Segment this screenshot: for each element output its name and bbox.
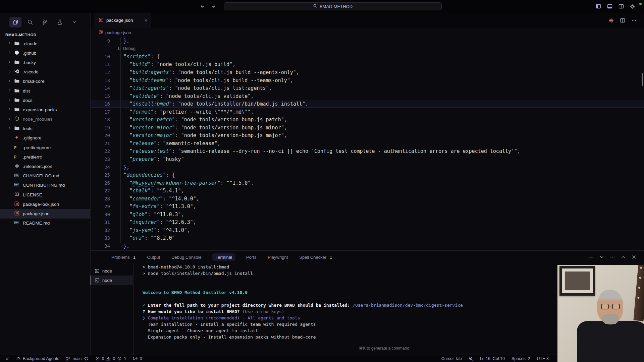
command-center-search[interactable]: BMAD-METHOD xyxy=(224,2,442,10)
code-line[interactable]: 14 "list:agents": "node tools/cli.js lis… xyxy=(91,84,644,92)
breadcrumb[interactable]: package.json xyxy=(91,28,644,37)
ellipsis-icon[interactable] xyxy=(610,254,615,260)
status-background-agents[interactable]: Background Agents xyxy=(16,356,59,361)
tree-item-README.md[interactable]: README.md xyxy=(0,219,90,228)
editor-scrollbar[interactable] xyxy=(642,73,643,86)
panel-tab-debug-console[interactable]: Debug Console xyxy=(171,253,202,261)
tree-item-.releaserc.json[interactable]: .releaserc.json xyxy=(0,162,90,171)
activity-source-control[interactable] xyxy=(39,17,51,27)
code-editor[interactable]: 9 },Debug10 "scripts": {11 "build": "nod… xyxy=(91,37,644,250)
panel-tab-spell-checker[interactable]: Spell Checker1 xyxy=(299,253,333,261)
tree-item-LICENSE[interactable]: LICENSE xyxy=(0,190,90,199)
code-line[interactable]: 23 "prepare": "husky" xyxy=(91,155,644,163)
code-line[interactable]: 17 "format": "prettier --write \"**/*.md… xyxy=(91,108,644,116)
code-line[interactable]: 21 "release": "semantic-release", xyxy=(91,139,644,147)
layout-left-on-icon[interactable] xyxy=(596,4,601,9)
tree-item-.gitignore[interactable]: .gitignore xyxy=(0,133,90,143)
terminal-instance[interactable]: node xyxy=(91,276,133,285)
chevron-right-icon[interactable] xyxy=(7,98,14,103)
status-problems[interactable]: 001 xyxy=(95,356,126,361)
tree-item-.vscode[interactable]: .vscode xyxy=(0,67,90,77)
code-line[interactable]: 24 }, xyxy=(91,163,644,171)
terminal-output[interactable]: > bmad-method@4.10.0 install:bmad> node … xyxy=(143,264,463,341)
split-icon[interactable] xyxy=(620,18,625,23)
chevron-right-icon[interactable] xyxy=(7,41,14,46)
tree-item-.claude[interactable]: .claude xyxy=(0,39,90,48)
tree-item-expansion-packs[interactable]: expansion-packs xyxy=(0,105,90,114)
tree-item-bmad-core[interactable]: bmad-core xyxy=(0,77,90,86)
tree-item-package-lock.json[interactable]: package-lock.json xyxy=(0,199,90,209)
chevron-right-icon[interactable] xyxy=(7,79,14,84)
code-line[interactable]: 34 }, xyxy=(91,242,644,250)
code-line[interactable]: 31 "inquirer": "^12.6.3", xyxy=(91,219,644,227)
code-line[interactable]: 18 "version:patch": "node tools/version-… xyxy=(91,116,644,124)
arrow-left-icon[interactable] xyxy=(200,4,205,9)
tree-item-CHANGELOG.md[interactable]: CHANGELOG.md xyxy=(0,171,90,181)
code-line[interactable]: 30 "glob": "^11.0.3", xyxy=(91,210,644,219)
status-indentation[interactable]: Spaces: 2 xyxy=(512,356,530,361)
arrow-right-icon[interactable] xyxy=(211,4,216,9)
tree-item-CONTRIBUTING.md[interactable]: CONTRIBUTING.md xyxy=(0,181,90,190)
code-line[interactable]: 33 "ora": "^8.2.0" xyxy=(91,234,644,242)
chevron-right-icon[interactable] xyxy=(7,126,14,131)
layout-right-icon[interactable] xyxy=(619,4,624,9)
status-branch[interactable]: main xyxy=(66,356,88,361)
code-line[interactable]: 26 "@kayvan/markdown-tree-parser": "^1.5… xyxy=(91,179,644,187)
chevron-right-icon[interactable] xyxy=(7,107,14,112)
status-remote[interactable] xyxy=(5,356,9,361)
code-line[interactable]: 11 "build": "node tools/cli.js build", xyxy=(91,61,644,69)
tree-item-.prettierrc[interactable]: P.prettierrc xyxy=(0,152,90,162)
chevron-right-icon[interactable] xyxy=(7,69,14,75)
status-ports[interactable]: 0 xyxy=(133,356,142,361)
gear-icon[interactable] xyxy=(630,4,635,9)
code-line[interactable]: 19 "version:minor": "node tools/version-… xyxy=(91,124,644,132)
codelens-line[interactable]: Debug xyxy=(91,45,644,53)
tree-item-.prettierignore[interactable]: P.prettierignore xyxy=(0,143,90,152)
code-line[interactable]: 22 "release:test": "semantic-release --d… xyxy=(91,147,644,156)
starburst-icon[interactable] xyxy=(608,18,614,23)
tree-item-tools[interactable]: tools xyxy=(0,124,90,133)
code-line[interactable]: 28 "commander": "^14.0.0", xyxy=(91,195,644,203)
chevron-up-icon[interactable] xyxy=(621,254,626,260)
layout-bottom-on-icon[interactable] xyxy=(607,4,612,9)
chevron-right-icon[interactable] xyxy=(7,117,14,122)
code-line[interactable]: 12 "build:agents": "node tools/cli.js bu… xyxy=(91,68,644,76)
panel-tab-output[interactable]: Output xyxy=(146,253,161,261)
code-line[interactable]: 9 }, xyxy=(91,37,644,45)
code-line[interactable]: 10 "scripts": { xyxy=(91,53,644,61)
tree-item-dist[interactable]: dist xyxy=(0,86,90,96)
status-cursor-tab[interactable]: Cursor Tab xyxy=(441,356,462,361)
panel-tab-playwright[interactable]: Playwright xyxy=(267,253,288,261)
panel-tab-terminal[interactable]: Terminal xyxy=(212,253,235,261)
tree-item-docs[interactable]: docs xyxy=(0,96,90,105)
code-line[interactable]: 27 "chalk": "^5.4.1", xyxy=(91,187,644,195)
tree-item-node_modules[interactable]: node_modules xyxy=(0,115,90,124)
tree-item-.github[interactable]: .github xyxy=(0,48,90,58)
activity-files[interactable] xyxy=(9,17,21,27)
close-tab-icon[interactable]: × xyxy=(145,18,147,23)
tab-package-json[interactable]: package.json × xyxy=(94,13,151,28)
plus-icon[interactable] xyxy=(588,254,594,260)
code-line[interactable]: 15 "validate": "node tools/cli.js valida… xyxy=(91,92,644,100)
activity-search[interactable] xyxy=(24,17,36,27)
status-zoom[interactable] xyxy=(469,356,473,361)
panel-tab-problems[interactable]: Problems1 xyxy=(111,253,136,261)
code-line[interactable]: 32 "js-yaml": "^4.1.0", xyxy=(91,226,644,234)
code-line[interactable]: 29 "fs-extra": "^11.3.0", xyxy=(91,202,644,210)
chevron-down-icon[interactable] xyxy=(599,254,604,260)
code-line[interactable]: 25 "dependencies": { xyxy=(91,171,644,179)
activity-chevron-down[interactable] xyxy=(68,17,80,27)
chevron-right-icon[interactable] xyxy=(7,50,14,56)
ellipsis-icon[interactable] xyxy=(631,18,637,23)
chevron-right-icon[interactable] xyxy=(7,60,14,65)
chevron-right-icon[interactable] xyxy=(7,88,14,94)
code-line[interactable]: 20 "version:major": "node tools/version-… xyxy=(91,132,644,140)
terminal-instance[interactable]: node xyxy=(91,266,133,276)
status-cursor-position[interactable]: Ln 16, Col 10 xyxy=(480,356,505,361)
tree-item-package.json[interactable]: package.json xyxy=(0,209,90,218)
status-encoding[interactable]: UTF-8 xyxy=(537,356,549,361)
close-icon[interactable] xyxy=(631,254,637,260)
code-line[interactable]: 16 "install:bmad": "node tools/installer… xyxy=(91,100,644,108)
activity-beaker[interactable] xyxy=(54,17,66,27)
tree-item-.husky[interactable]: .husky xyxy=(0,58,90,67)
